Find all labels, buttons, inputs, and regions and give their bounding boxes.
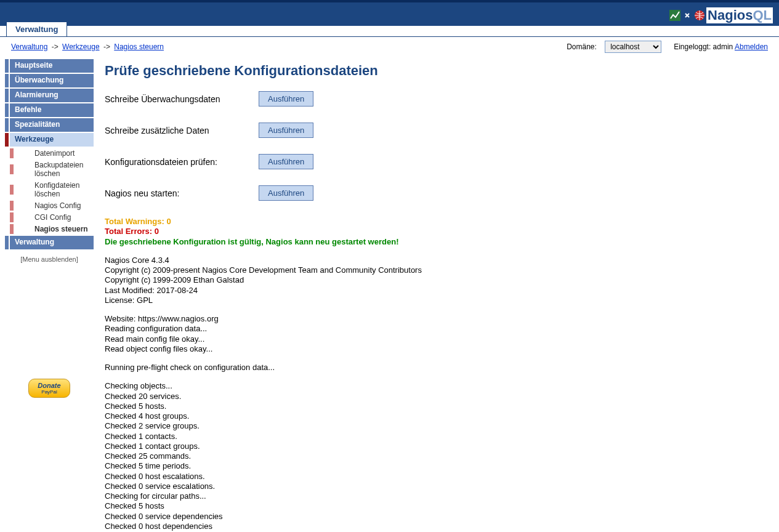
output-line: Checked 0 service dependencies xyxy=(105,512,768,522)
login-status: Eingeloggt: admin Abmelden xyxy=(674,42,768,51)
output-line: Checked 4 host groups. xyxy=(105,411,768,421)
total-errors: Total Errors: 0 xyxy=(105,227,768,236)
sidebar-item-ueberwachung[interactable]: Überwachung xyxy=(5,74,94,87)
action-row-neustarten: Nagios neu starten: Ausführen xyxy=(105,185,768,201)
action-label: Schreibe Überwachungsdaten xyxy=(105,94,259,104)
output-line: Checked 25 commands. xyxy=(105,451,768,461)
output-line: Checked 5 hosts xyxy=(105,501,768,511)
output-line: Website: https://www.nagios.org xyxy=(105,314,768,324)
exec-button-zusaetzlich[interactable]: Ausführen xyxy=(259,123,313,138)
globe-icon xyxy=(694,10,705,21)
web-block: Website: https://www.nagios.orgReading c… xyxy=(105,314,768,354)
sidebar-subgroup-werkzeuge: Datenimport Backupdateien löschen Konfig… xyxy=(5,148,94,235)
output-line: Checked 0 service escalations. xyxy=(105,482,768,491)
tab-verwaltung[interactable]: Verwaltung xyxy=(6,22,67,36)
logout-link[interactable]: Abmelden xyxy=(735,42,768,51)
output-line: Last Modified: 2017-08-24 xyxy=(105,286,768,296)
domain-label: Domäne: xyxy=(567,42,597,51)
exec-button-pruefen[interactable]: Ausführen xyxy=(259,154,313,169)
check-block: Checking objects...Checked 20 services.C… xyxy=(105,381,768,532)
action-label: Schreibe zusätzliche Daten xyxy=(105,126,259,135)
action-row-pruefen: Konfigurationsdateien prüfen: Ausführen xyxy=(105,154,768,169)
config-valid-msg: Die geschriebene Konfiguration ist gülti… xyxy=(105,237,768,247)
logo-icons xyxy=(669,10,705,21)
output-line: Checking objects... xyxy=(105,381,768,391)
output-line: Read object config files okay... xyxy=(105,344,768,354)
tab-row: Verwaltung xyxy=(0,25,779,37)
output: Total Warnings: 0 Total Errors: 0 Die ge… xyxy=(105,217,768,532)
breadcrumb: Verwaltung -> Werkzeuge -> Nagios steuer… xyxy=(11,42,164,51)
output-line: Checked 1 contacts. xyxy=(105,432,768,441)
output-line: Checked 2 service groups. xyxy=(105,421,768,431)
output-line: Checked 0 host dependencies xyxy=(105,522,768,531)
sidebar: Hauptseite Überwachung Alarmierung Befeh… xyxy=(0,57,94,398)
output-line: Copyright (c) 1999-2009 Ethan Galstad xyxy=(105,275,768,285)
sidebar-sub-nagios-config[interactable]: Nagios Config xyxy=(15,200,81,211)
breadcrumb-verwaltung[interactable]: Verwaltung xyxy=(11,42,47,51)
breadcrumb-werkzeuge[interactable]: Werkzeuge xyxy=(62,42,99,51)
preflight-line: Running pre-flight check on configuratio… xyxy=(105,363,768,373)
donate-area: DonatePayPal xyxy=(5,379,94,398)
sidebar-item-befehle[interactable]: Befehle xyxy=(5,103,94,117)
total-warnings: Total Warnings: 0 xyxy=(105,217,768,227)
wrench-icon xyxy=(682,10,693,21)
sidebar-sub-datenimport[interactable]: Datenimport xyxy=(15,148,75,159)
info-right: Domäne: localhost Eingeloggt: admin Abme… xyxy=(567,41,768,53)
output-line: Checked 1 contact groups. xyxy=(105,441,768,451)
page-title: Prüfe geschriebene Konfigurationsdateien xyxy=(105,63,768,79)
action-label: Konfigurationsdateien prüfen: xyxy=(105,157,259,167)
output-line: Reading configuration data... xyxy=(105,324,768,334)
action-row-schreibe-ueberwachung: Schreibe Überwachungsdaten Ausführen xyxy=(105,91,768,107)
output-line: Checked 20 services. xyxy=(105,392,768,401)
sidebar-item-werkzeuge[interactable]: Werkzeuge xyxy=(5,133,94,147)
output-line: Checking for circular paths... xyxy=(105,491,768,501)
output-line: Checked 5 time periods. xyxy=(105,461,768,471)
toggle-menu[interactable]: [Menu ausblenden] xyxy=(5,251,94,268)
logo: NagiosQL xyxy=(669,2,773,28)
logo-text: NagiosQL xyxy=(706,7,773,23)
content: Prüfe geschriebene Konfigurationsdateien… xyxy=(94,57,779,532)
exec-button-ueberwachung[interactable]: Ausführen xyxy=(259,91,313,107)
sidebar-item-alarmierung[interactable]: Alarmierung xyxy=(5,89,94,102)
sidebar-sub-backupdateien[interactable]: Backupdateien löschen xyxy=(15,159,94,179)
header-bar: NagiosQL xyxy=(0,0,779,26)
sidebar-item-spezialitaeten[interactable]: Spezialitäten xyxy=(5,118,94,132)
action-row-schreibe-zusaetzlich: Schreibe zusätzliche Daten Ausführen xyxy=(105,123,768,138)
domain-select[interactable]: localhost xyxy=(605,41,661,53)
exec-button-neustarten[interactable]: Ausführen xyxy=(259,185,313,201)
sidebar-item-hauptseite[interactable]: Hauptseite xyxy=(5,59,94,73)
sidebar-item-verwaltung[interactable]: Verwaltung xyxy=(5,236,94,249)
output-line: Copyright (c) 2009-present Nagios Core D… xyxy=(105,265,768,275)
action-label: Nagios neu starten: xyxy=(105,188,259,198)
version-block: Nagios Core 4.3.4Copyright (c) 2009-pres… xyxy=(105,256,768,305)
output-line: Checked 0 host escalations. xyxy=(105,472,768,482)
output-line: License: GPL xyxy=(105,296,768,305)
sidebar-sub-nagios-steuern[interactable]: Nagios steuern xyxy=(15,224,88,235)
donate-button[interactable]: DonatePayPal xyxy=(28,379,70,398)
output-line: Nagios Core 4.3.4 xyxy=(105,256,768,265)
info-bar: Verwaltung -> Werkzeuge -> Nagios steuer… xyxy=(0,37,779,57)
sidebar-sub-konfigdateien[interactable]: Konfigdateien löschen xyxy=(15,180,94,200)
breadcrumb-nagios-steuern[interactable]: Nagios steuern xyxy=(114,42,164,51)
output-line: Read main config file okay... xyxy=(105,334,768,344)
chart-icon xyxy=(669,10,680,21)
output-line: Checked 5 hosts. xyxy=(105,401,768,411)
sidebar-sub-cgi-config[interactable]: CGI Config xyxy=(15,212,71,223)
